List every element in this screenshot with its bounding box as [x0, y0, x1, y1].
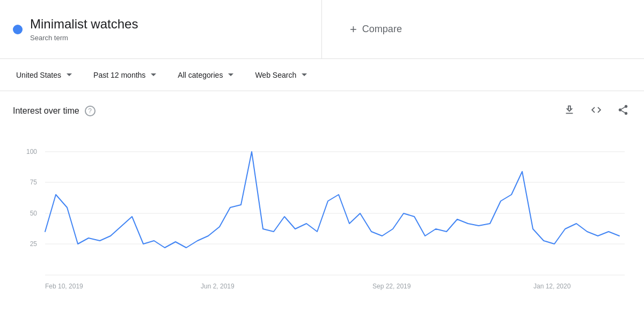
compare-button[interactable]: + Compare [343, 18, 408, 41]
filters-bar: United States Past 12 months All categor… [0, 59, 644, 91]
time-range-filter[interactable]: Past 12 months [88, 68, 162, 83]
chart-header: Interest over time ? [13, 102, 631, 120]
chart-actions [561, 102, 631, 120]
search-term-dot [13, 25, 23, 34]
svg-text:Sep 22, 2019: Sep 22, 2019 [372, 283, 411, 290]
help-icon[interactable]: ? [85, 106, 96, 116]
svg-text:50: 50 [30, 210, 38, 217]
share-icon [617, 104, 629, 116]
trend-line [45, 152, 619, 248]
svg-text:75: 75 [30, 179, 38, 186]
category-chevron-icon [228, 73, 233, 76]
chart-section: Interest over time ? [0, 91, 644, 334]
search-type-chevron-icon [302, 73, 307, 76]
download-button[interactable] [561, 102, 577, 120]
share-button[interactable] [615, 102, 631, 120]
svg-text:Jun 2, 2019: Jun 2, 2019 [201, 283, 235, 290]
time-range-label: Past 12 months [93, 71, 145, 79]
compare-label: Compare [362, 24, 402, 35]
header: Minimalist watches Search term + Compare [0, 0, 644, 59]
category-label: All categories [178, 71, 223, 79]
svg-text:Jan 12, 2020: Jan 12, 2020 [533, 283, 571, 290]
search-term-subtitle: Search term [30, 34, 138, 42]
search-term-text: Minimalist watches Search term [30, 17, 138, 42]
region-filter[interactable]: United States [11, 68, 77, 83]
embed-button[interactable] [588, 102, 604, 120]
svg-text:Feb 10, 2019: Feb 10, 2019 [45, 283, 83, 290]
search-type-filter[interactable]: Web Search [250, 68, 312, 83]
trend-chart: 100 75 50 25 Feb 10, 2019 Jun 2, 2019 Se… [13, 130, 631, 334]
embed-icon [590, 104, 602, 116]
svg-text:25: 25 [30, 240, 38, 248]
chart-title: Interest over time [13, 106, 79, 116]
compare-section: + Compare [322, 0, 644, 58]
chart-container: 100 75 50 25 Feb 10, 2019 Jun 2, 2019 Se… [13, 130, 631, 334]
search-term-title: Minimalist watches [30, 17, 138, 32]
region-chevron-icon [67, 73, 72, 76]
category-filter[interactable]: All categories [172, 68, 239, 83]
time-range-chevron-icon [151, 73, 156, 76]
region-label: United States [16, 71, 61, 79]
svg-text:100: 100 [26, 148, 37, 155]
compare-plus-icon: + [350, 23, 357, 36]
search-term-section: Minimalist watches Search term [0, 0, 322, 58]
download-icon [564, 104, 575, 116]
chart-title-area: Interest over time ? [13, 106, 96, 116]
search-type-label: Web Search [255, 71, 296, 79]
